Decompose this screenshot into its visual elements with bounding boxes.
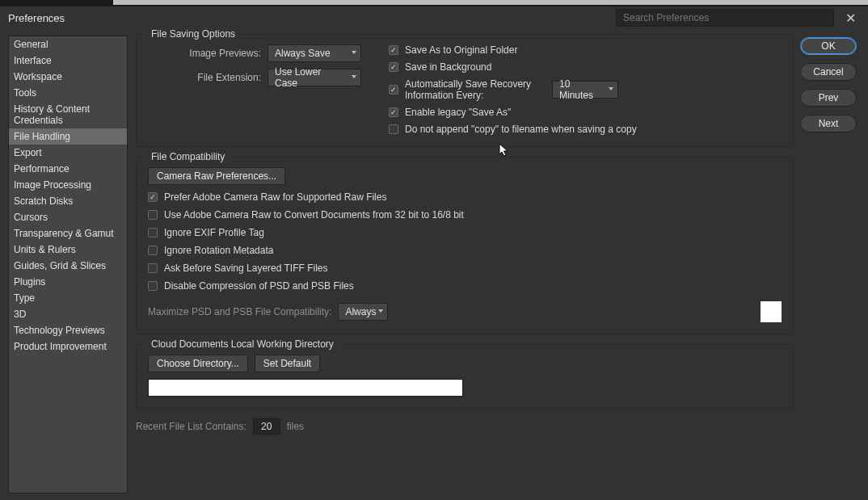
sidebar-item-plugins[interactable]: Plugins xyxy=(9,274,127,290)
do-not-append-copy-label: Do not append "copy" to filename when sa… xyxy=(405,124,637,135)
auto-save-recovery-label: Automatically Save Recovery Information … xyxy=(405,78,542,101)
prefer-acr-label: Prefer Adobe Camera Raw for Supported Ra… xyxy=(164,191,386,203)
chevron-down-icon xyxy=(352,75,356,78)
preferences-sidebar: GeneralInterfaceWorkspaceToolsHistory & … xyxy=(8,36,128,494)
sidebar-item-type[interactable]: Type xyxy=(9,290,127,306)
sidebar-item-performance[interactable]: Performance xyxy=(9,161,127,177)
recent-file-count-input[interactable] xyxy=(253,418,280,435)
chevron-down-icon xyxy=(352,51,356,54)
sidebar-item-history-content-credentials[interactable]: History & Content Credentials xyxy=(9,101,127,128)
sidebar-item-guides-grid-slices[interactable]: Guides, Grid & Slices xyxy=(9,258,127,274)
file-saving-options-group: File Saving Options Image Previews: Alwa… xyxy=(136,34,794,147)
image-previews-select[interactable]: Always Save xyxy=(268,44,361,62)
sidebar-item-scratch-disks[interactable]: Scratch Disks xyxy=(9,193,127,209)
auto-save-interval-select[interactable]: 10 Minutes xyxy=(552,81,618,99)
prefer-acr-checkbox[interactable] xyxy=(148,192,158,202)
max-psd-select[interactable]: Always xyxy=(338,303,388,321)
sidebar-item-workspace[interactable]: Workspace xyxy=(9,69,127,85)
choose-directory-button[interactable]: Choose Directory... xyxy=(148,355,248,372)
ignore-exif-label: Ignore EXIF Profile Tag xyxy=(164,227,264,238)
prev-button[interactable]: Prev xyxy=(800,89,857,107)
save-in-background-checkbox[interactable] xyxy=(389,62,398,72)
color-swatch[interactable] xyxy=(761,301,782,322)
legacy-saveas-label: Enable legacy "Save As" xyxy=(405,107,511,118)
sidebar-item-general[interactable]: General xyxy=(9,36,127,53)
sidebar-item-3d[interactable]: 3D xyxy=(9,306,127,322)
search-input[interactable] xyxy=(616,9,834,27)
cloud-directory-input[interactable] xyxy=(148,379,463,397)
ask-tiff-checkbox[interactable] xyxy=(148,263,158,273)
sidebar-item-transparency-gamut[interactable]: Transparency & Gamut xyxy=(9,225,127,242)
ok-button[interactable]: OK xyxy=(800,37,857,55)
chevron-down-icon xyxy=(378,309,383,313)
max-psd-label: Maximize PSD and PSB File Compatibility: xyxy=(148,306,331,317)
cancel-button[interactable]: Cancel xyxy=(800,63,857,81)
sidebar-item-technology-previews[interactable]: Technology Previews xyxy=(9,322,127,338)
window-title: Preferences xyxy=(8,12,65,24)
sidebar-item-units-rulers[interactable]: Units & Rulers xyxy=(9,242,127,258)
legacy-saveas-checkbox[interactable] xyxy=(389,107,398,117)
disable-compression-checkbox[interactable] xyxy=(148,281,158,291)
do-not-append-copy-checkbox[interactable] xyxy=(389,124,398,134)
use-acr-convert-checkbox[interactable] xyxy=(148,210,158,220)
file-extension-select[interactable]: Use Lower Case xyxy=(268,69,361,86)
sidebar-item-interface[interactable]: Interface xyxy=(9,53,127,69)
image-previews-label: Image Previews: xyxy=(148,48,261,59)
sidebar-item-file-handling[interactable]: File Handling xyxy=(9,128,127,145)
sidebar-item-export[interactable]: Export xyxy=(9,145,127,161)
save-in-background-label: Save in Background xyxy=(405,61,491,73)
file-compatibility-group: File Compatibility Camera Raw Preference… xyxy=(136,157,794,334)
auto-save-recovery-checkbox[interactable] xyxy=(389,85,398,95)
camera-raw-prefs-button[interactable]: Camera Raw Preferences... xyxy=(148,167,285,185)
disable-compression-label: Disable Compression of PSD and PSB Files xyxy=(164,280,354,292)
use-acr-convert-label: Use Adobe Camera Raw to Convert Document… xyxy=(164,209,464,221)
sidebar-item-product-improvement[interactable]: Product Improvement xyxy=(9,338,127,355)
recent-file-label: Recent File List Contains: xyxy=(136,421,246,432)
save-as-original-label: Save As to Original Folder xyxy=(405,44,517,56)
ignore-exif-checkbox[interactable] xyxy=(148,228,158,237)
cloud-docs-group: Cloud Documents Local Working Directory … xyxy=(136,344,794,409)
group-title: File Saving Options xyxy=(146,29,240,40)
group-title: Cloud Documents Local Working Directory xyxy=(146,338,339,350)
sidebar-item-tools[interactable]: Tools xyxy=(9,85,127,101)
ignore-rotation-label: Ignore Rotation Metadata xyxy=(164,245,273,256)
close-icon[interactable]: ✕ xyxy=(841,11,860,26)
recent-file-suffix: files xyxy=(287,421,304,432)
file-extension-label: File Extension: xyxy=(148,72,261,83)
set-default-button[interactable]: Set Default xyxy=(255,355,320,372)
next-button[interactable]: Next xyxy=(800,115,857,132)
sidebar-item-cursors[interactable]: Cursors xyxy=(9,209,127,225)
save-as-original-checkbox[interactable] xyxy=(389,45,398,55)
sidebar-item-image-processing[interactable]: Image Processing xyxy=(9,177,127,193)
chevron-down-icon xyxy=(609,87,613,90)
ask-tiff-label: Ask Before Saving Layered TIFF Files xyxy=(164,263,328,274)
ignore-rotation-checkbox[interactable] xyxy=(148,246,158,255)
group-title: File Compatibility xyxy=(146,151,230,162)
